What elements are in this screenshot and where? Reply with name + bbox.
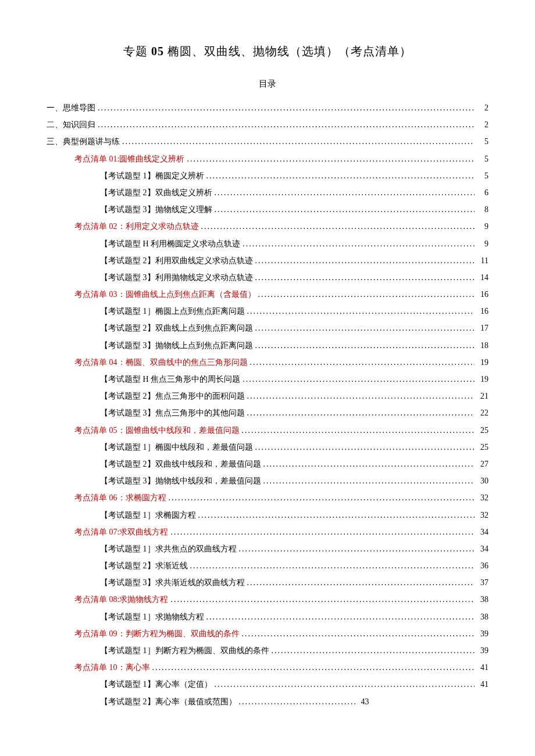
toc-label: 考点清单 08:求抛物线方程 (74, 592, 168, 607)
toc-entry: 一、思维导图2 (47, 101, 488, 115)
toc-label: 考点清单 04：椭圆、双曲线中的焦点三角形问题 (74, 355, 248, 370)
toc-leader-dots (255, 321, 475, 335)
title-prefix: 专题 (123, 45, 148, 58)
toc-leader-dots (122, 134, 475, 149)
toc-label: 【考试题型 3】抛物线中线段和，差最值问题 (100, 474, 261, 488)
toc-label: 【考试题型 2】双曲线定义辨析 (100, 185, 212, 200)
toc-label: 【考试题型 2】焦点三角形中的面积问题 (100, 389, 245, 403)
toc-label: 【考试题型 2】双曲线中线段和，差最值问题 (100, 457, 261, 471)
toc-entry: 【考试题型 1］椭圆上点到焦点距离问题 16 (100, 304, 488, 318)
toc-leader-dots (247, 575, 475, 590)
toc-entry: 【考试题型 1］求抛物线方程38 (100, 610, 488, 624)
toc-entry: 【考试题型 1】离心率（定值） 41 (100, 677, 488, 691)
toc-label: 【考试题型 2】双曲线上点到焦点距离问题 (100, 321, 253, 335)
toc-leader-dots (206, 169, 475, 183)
toc-page-number: 2 (477, 117, 488, 132)
toc-leader-dots (215, 185, 475, 200)
toc-label: 【考试题型 3】利用抛物线定义求动点轨迹 (100, 270, 253, 285)
toc-leader-dots (98, 101, 475, 115)
toc-page-number: 32 (477, 508, 488, 522)
toc-page-number: 25 (477, 440, 488, 454)
toc-entry: 考点清单 04：椭圆、双曲线中的焦点三角形问题 19 (74, 355, 488, 370)
toc-entry: 【考试题型 2】双曲线上点到焦点距离问题17 (100, 321, 488, 335)
toc-page-number: 38 (477, 592, 488, 607)
toc-label: 考点清单 10：离心率 (74, 660, 150, 675)
toc-label: 三、典型例题讲与练 (47, 134, 120, 149)
toc-page-number: 19 (477, 372, 488, 386)
toc-entry: 考点清单 07:求双曲线方程 34 (74, 525, 488, 539)
toc-leader-dots (170, 592, 475, 607)
toc-label: 【考试题型 3】焦点三角形中的其他问题 (100, 406, 245, 420)
title-number: 05 (151, 45, 164, 58)
toc-entry: 【考试题型 2】求渐近线36 (100, 558, 488, 573)
toc-leader-dots (250, 355, 475, 370)
toc-label: 考点清单 07:求双曲线方程 (74, 525, 168, 539)
table-of-contents: 一、思维导图2二、知识回归2三、典型例题讲与练5考点清单 01:圆锥曲线定义辨析… (47, 101, 488, 709)
toc-entry: 【考试题型 3】利用抛物线定义求动点轨迹14 (100, 270, 488, 285)
toc-entry: 【考试题型 2】利用双曲线定义求动点轨迹11 (100, 253, 488, 268)
toc-page-number: 43 (358, 694, 369, 709)
toc-leader-dots (255, 440, 475, 454)
toc-label: 【考试题型 1］求椭圆方程 (100, 508, 196, 522)
toc-leader-dots (242, 423, 475, 438)
toc-entry: 【考试题型 2】双曲线定义辨析6 (100, 185, 488, 200)
toc-entry: 【考试题型 3】焦点三角形中的其他问题22 (100, 406, 488, 420)
toc-entry: 考点清单 02：利用定义求动点轨迹9 (74, 219, 488, 234)
toc-label: 考点清单 05：圆锥曲线中线段和，差最值问题 (74, 423, 240, 438)
toc-label: 【考试题型 1］椭圆上点到焦点距离问题 (100, 304, 245, 318)
toc-page-number: 41 (477, 677, 488, 691)
toc-leader-dots (255, 338, 475, 353)
toc-label: 【考试题型 1］求共焦点的双曲线方程 (100, 542, 237, 556)
toc-entry: 【考试题型 H 利用椭圆定义求动点轨迹 9 (100, 237, 488, 251)
toc-label: 【考试题型 3】抛物线定义理解 (100, 202, 212, 217)
toc-entry: 【考试题型 1］椭圆中线段和，差最值问题25 (100, 440, 488, 454)
toc-page-number: 5 (477, 152, 488, 166)
toc-label: 【考试题型 3】抛物线上点到焦点距离问题 (100, 338, 253, 353)
toc-page-number: 5 (477, 134, 488, 149)
toc-leader-dots (239, 542, 475, 556)
toc-leader-dots (242, 237, 475, 251)
toc-label: 考点清单 01:圆锥曲线定义辨析 (74, 152, 184, 166)
toc-entry: 【考试题型 1］判断方程为椭圆、双曲线的条件39 (100, 643, 488, 658)
toc-label: 【考试题型 1］求抛物线方程 (100, 610, 204, 624)
toc-leader-dots (152, 660, 475, 675)
toc-page-number: 5 (477, 169, 488, 183)
toc-label: 考点清单 02：利用定义求动点轨迹 (74, 219, 199, 234)
toc-entry: 【考试题型 1】椭圆定义辨析5 (100, 169, 488, 183)
toc-label: 【考试题型 2】利用双曲线定义求动点轨迹 (100, 253, 253, 268)
toc-leader-dots (242, 626, 475, 641)
toc-entry: 三、典型例题讲与练5 (47, 134, 488, 149)
toc-leader-dots (170, 525, 475, 539)
toc-entry: 考点清单 01:圆锥曲线定义辨析 5 (74, 152, 488, 166)
toc-page-number: 39 (477, 643, 488, 658)
toc-page-number: 9 (477, 237, 488, 251)
toc-label: 【考试题型 2】求渐近线 (100, 558, 188, 573)
toc-leader-dots (247, 389, 475, 403)
toc-leader-dots (187, 152, 475, 166)
toc-leader-dots (263, 457, 475, 471)
toc-page-number: 34 (477, 542, 488, 556)
toc-entry: 考点清单 05：圆锥曲线中线段和，差最值问题 25 (74, 423, 488, 438)
toc-leader-dots (247, 406, 475, 420)
title-rest: 椭圆、双曲线、抛物线（选填）（考点清单） (167, 45, 412, 58)
toc-entry: 【考试题型 3】抛物线上点到焦点距离问题18 (100, 338, 488, 353)
toc-page-number: 21 (477, 389, 488, 403)
toc-page-number: 27 (477, 457, 488, 471)
toc-leader-dots (239, 694, 355, 709)
toc-page-number: 14 (477, 270, 488, 285)
toc-label: 考点清单 03：圆锥曲线上点到焦点距离（含最值） (74, 287, 256, 302)
toc-leader-dots (242, 372, 475, 386)
toc-leader-dots (198, 508, 475, 522)
toc-leader-dots (169, 490, 475, 505)
toc-label: 考点清单 09：判断方程为椭圆、双曲线的条件 (74, 626, 240, 641)
toc-leader-dots (201, 219, 475, 234)
toc-page-number: 30 (477, 474, 488, 488)
toc-page-number: 6 (477, 185, 488, 200)
toc-label: 【考试题型 1】椭圆定义辨析 (100, 169, 204, 183)
toc-page-number: 37 (477, 575, 488, 590)
toc-leader-dots (263, 474, 475, 488)
toc-entry: 【考试题型 H 焦点三角形中的周长问题 19 (100, 372, 488, 386)
toc-leader-dots (190, 558, 475, 573)
toc-page-number: 9 (477, 219, 488, 234)
toc-label: 【考试题型 2】离心率（最值或范围） (100, 694, 237, 709)
